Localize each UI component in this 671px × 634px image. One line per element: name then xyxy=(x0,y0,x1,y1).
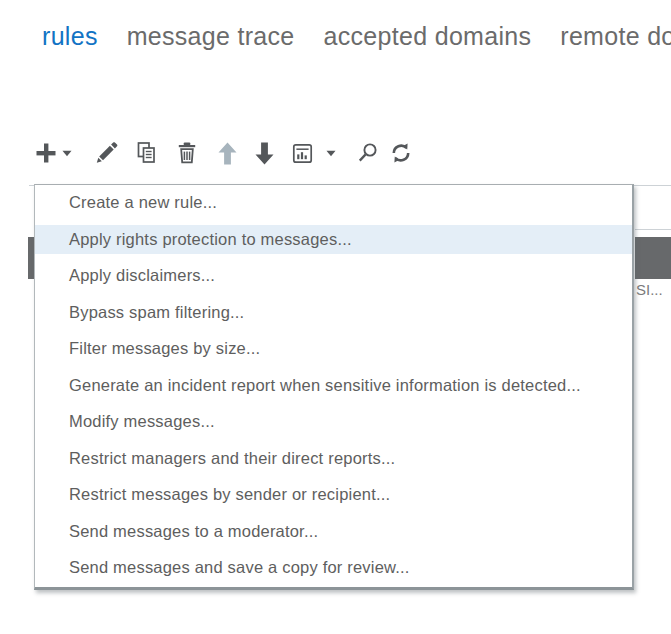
add-dropdown-button[interactable] xyxy=(62,150,72,157)
search-icon xyxy=(355,140,381,166)
menu-item-modify-messages[interactable]: Modify messages... xyxy=(35,404,632,441)
menu-item-bypass-spam-filtering[interactable]: Bypass spam filtering... xyxy=(35,295,632,332)
move-down-button[interactable] xyxy=(253,141,276,166)
rules-list-truncated-cell: SI... xyxy=(636,281,670,298)
menu-item-generate-incident-report[interactable]: Generate an incident report when sensiti… xyxy=(35,368,632,405)
new-rule-menu-list: Create a new rule... Apply rights protec… xyxy=(35,185,632,587)
menu-item-send-messages-to-moderator[interactable]: Send messages to a moderator... xyxy=(35,514,632,551)
tab-message-trace[interactable]: message trace xyxy=(127,22,295,56)
menu-item-restrict-managers-direct-reports[interactable]: Restrict managers and their direct repor… xyxy=(35,441,632,478)
menu-item-apply-disclaimers[interactable]: Apply disclaimers... xyxy=(35,258,632,295)
copy-button[interactable] xyxy=(134,140,159,166)
move-up-button[interactable] xyxy=(216,141,239,166)
menu-item-create-new-rule[interactable]: Create a new rule... xyxy=(35,185,632,222)
trash-icon xyxy=(175,140,199,166)
menu-item-restrict-messages-sender-recipient[interactable]: Restrict messages by sender or recipient… xyxy=(35,477,632,514)
search-button[interactable] xyxy=(355,140,381,166)
tab-rules[interactable]: rules xyxy=(42,22,98,56)
pencil-icon xyxy=(93,140,119,166)
menu-item-filter-messages-by-size[interactable]: Filter messages by size... xyxy=(35,331,632,368)
arrow-down-icon xyxy=(253,141,276,166)
rules-list-header-right-sliver xyxy=(635,237,671,279)
add-button[interactable] xyxy=(35,142,57,164)
chevron-down-icon xyxy=(62,150,72,157)
chevron-down-icon xyxy=(326,150,336,157)
menu-item-apply-rights-protection[interactable]: Apply rights protection to messages... xyxy=(35,222,632,259)
bar-chart-box-icon xyxy=(290,141,315,166)
edit-button[interactable] xyxy=(93,140,119,166)
refresh-icon xyxy=(388,140,414,166)
tab-accepted-domains[interactable]: accepted domains xyxy=(324,22,532,56)
rule-report-dropdown-button[interactable] xyxy=(326,150,336,157)
rules-toolbar xyxy=(35,137,414,169)
refresh-button[interactable] xyxy=(388,140,414,166)
rules-list-row-divider xyxy=(635,229,671,230)
copy-icon xyxy=(134,140,159,166)
delete-button[interactable] xyxy=(175,140,199,166)
new-rule-dropdown-menu: Create a new rule... Apply rights protec… xyxy=(34,184,634,590)
plus-icon xyxy=(35,142,57,164)
menu-item-send-messages-save-copy[interactable]: Send messages and save a copy for review… xyxy=(35,550,632,587)
tab-bar: rules message trace accepted domains rem… xyxy=(42,22,671,56)
arrow-up-icon xyxy=(216,141,239,166)
rule-report-button[interactable] xyxy=(290,141,315,166)
tab-remote-domains[interactable]: remote domains xyxy=(560,22,671,56)
